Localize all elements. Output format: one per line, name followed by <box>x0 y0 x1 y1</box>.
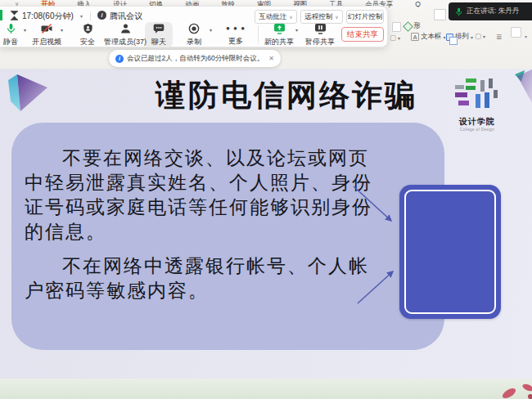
chevron-down-icon: ∨ <box>335 14 338 20</box>
close-icon[interactable]: ✕ <box>268 55 274 62</box>
record-icon <box>188 23 200 34</box>
chevron-down-icon: ∨ <box>289 14 292 20</box>
record-button[interactable]: 录制 <box>180 23 208 46</box>
paste-icon[interactable] <box>434 9 446 20</box>
college-logo-title: 设计学院 <box>450 116 504 128</box>
notification-text: 会议已超过2人，自动转为60分钟限时会议。 <box>127 54 264 64</box>
manage-members-button[interactable]: 管理成员(37) <box>101 23 150 46</box>
microphone-icon <box>6 23 16 34</box>
shared-slide: 谨防电信网络诈骗 设计学院 College of Design 不要在网络交谈、… <box>0 69 532 379</box>
slide-layout-dropdown[interactable]: ▢▾ <box>475 32 485 40</box>
shield-icon <box>83 23 93 34</box>
textbox-icon: A <box>411 33 419 41</box>
new-share-button[interactable]: 新的共享 <box>264 23 295 46</box>
more-dots-icon: ● ● ● <box>226 23 246 34</box>
slide-deco-top-left <box>0 69 57 118</box>
meeting-info-icon[interactable]: i <box>97 11 106 20</box>
desktop-strip <box>0 379 532 399</box>
meeting-notification: i 会议已超过2人，自动转为60分钟限时会议。 ✕ <box>109 50 281 67</box>
timer-caret-icon[interactable]: ▾ <box>80 13 83 19</box>
meeting-timer[interactable]: 17:08(60分钟) <box>22 11 74 22</box>
annotation-button[interactable]: 互动批注∨ <box>255 10 297 24</box>
slide-content-card: 不要在网络交谈、以及论坛或网页中轻易泄露真实姓名、个人照片、身份证号码或家庭电话… <box>11 123 444 350</box>
arrange-icon <box>446 34 453 41</box>
record-caret-icon[interactable]: ▾ <box>210 27 212 33</box>
speaking-mic-icon <box>455 7 462 16</box>
mute-caret-icon[interactable]: ▾ <box>24 27 26 33</box>
slide-control-button[interactable]: 幻灯片控制 <box>346 10 384 24</box>
college-logo-subtitle: College of Design <box>450 128 504 132</box>
slide-paragraph-1: 不要在网络交谈、以及论坛或网页中轻易泄露真实姓名、个人照片、身份证号码或家庭电话… <box>25 146 381 244</box>
meeting-toolbar: 17:08(60分钟) ▾ i 腾讯会议 互动批注∨ 远程控制∨ 幻灯片控制 静… <box>0 6 388 47</box>
meeting-app-name: 腾讯会议 <box>110 11 142 22</box>
chat-button[interactable]: 聊天 <box>146 23 172 46</box>
divider <box>258 25 259 44</box>
speaking-indicator: 正在讲话: 朱丹丹 <box>449 2 532 20</box>
college-logo: 设计学院 College of Design <box>450 78 504 132</box>
timer-icon <box>10 11 19 20</box>
shape-button[interactable]: 形 <box>404 21 421 31</box>
start-video-button[interactable]: 开启视频 <box>31 23 62 46</box>
security-button[interactable]: 安全 <box>74 23 101 46</box>
wallpaper-flower <box>491 379 532 399</box>
slide-purple-panel <box>399 185 501 319</box>
remote-control-button[interactable]: 远程控制∨ <box>300 10 343 24</box>
divider <box>90 11 91 20</box>
screen: ∨ 开始 插入 设计 切换 动画 放映 审阅 视图 工具 会员专享 Q ▢▾ 形… <box>0 0 532 399</box>
shape-icon <box>403 21 413 32</box>
clipboard-icon[interactable] <box>392 22 401 32</box>
more-button[interactable]: ● ● ● 更多 <box>223 23 249 45</box>
video-caret-icon[interactable]: ▾ <box>61 27 63 33</box>
search-icon[interactable]: Q <box>415 0 421 7</box>
slide-title: 谨防电信网络诈骗 <box>65 75 507 116</box>
camera-off-icon <box>41 23 52 34</box>
arrange-button[interactable]: 排列 ▾ <box>446 32 473 42</box>
meeting-logo-icon <box>0 10 2 20</box>
mute-button[interactable]: 静音 <box>0 23 21 46</box>
chat-icon <box>153 23 165 34</box>
pause-share-icon <box>314 23 327 34</box>
pause-share-button[interactable]: 暂停共享 <box>304 23 336 46</box>
slide-body-text: 不要在网络交谈、以及论坛或网页中轻易泄露真实姓名、个人照片、身份证号码或家庭电话… <box>25 146 381 303</box>
slide-purple-panel-border <box>404 190 496 314</box>
align-dropdown[interactable]: ▢▾ <box>390 34 400 42</box>
list-icon[interactable]: ≣ <box>496 34 503 41</box>
slide-paragraph-2: 不在网络中透露银行帐号、个人帐户密码等敏感内容。 <box>25 253 381 303</box>
end-share-button[interactable]: 结束共享 <box>341 27 384 42</box>
speaking-text: 正在讲话: 朱丹丹 <box>467 7 519 16</box>
person-icon <box>120 23 131 34</box>
picture-icon[interactable] <box>511 27 521 38</box>
caret-down-icon[interactable]: ▾ <box>525 34 527 39</box>
share-caret-icon[interactable]: ▾ <box>295 27 298 33</box>
info-icon: i <box>115 55 124 63</box>
textbox-button[interactable]: A 文本框 ▾ <box>411 32 446 42</box>
share-screen-icon <box>273 23 286 34</box>
college-logo-icon <box>453 78 501 111</box>
